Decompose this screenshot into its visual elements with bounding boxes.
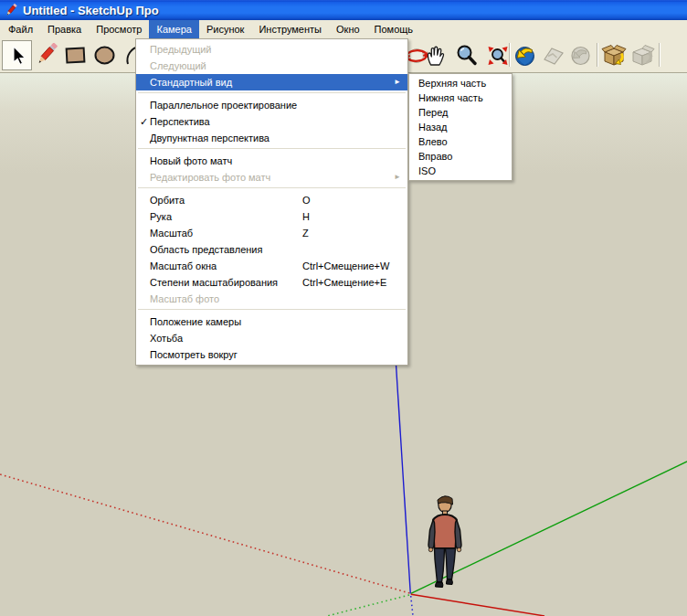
camera-menu-item-zoom[interactable]: МасштабZ <box>136 225 407 241</box>
camera-menu-item-position-camera[interactable]: Положение камеры <box>136 313 407 330</box>
camera-menu-item-orbit[interactable]: ОрбитаO <box>136 192 407 208</box>
pan-tool-button[interactable] <box>422 41 449 69</box>
warehouse-box-icon <box>601 43 627 69</box>
camera-menu-item-perspective[interactable]: Перспектива✓ <box>136 113 407 130</box>
menu-item-label: Новый фото матч <box>150 155 232 166</box>
camera-menu-item-edit-photo-match: Редактировать фото матч► <box>136 169 407 186</box>
camera-menu-item-zoom-photo: Масштаб фото <box>136 291 407 307</box>
toolbar-separator <box>509 43 511 67</box>
menu-item-label: Двупунктная перспектива <box>150 133 270 143</box>
line-tool-button[interactable] <box>33 41 59 69</box>
menu-item-shortcut: O <box>302 192 311 208</box>
share-model-tool-button <box>629 41 655 69</box>
toolbar-separator <box>659 43 661 67</box>
menu-item-label: Редактировать фото матч <box>150 172 270 183</box>
get-current-view-tool-button[interactable] <box>512 41 538 69</box>
menubar-item-tools[interactable]: Инструменты <box>251 20 329 38</box>
standard-view-item-front[interactable]: Перед <box>409 105 512 120</box>
camera-menu-item-new-photo-match[interactable]: Новый фото матч <box>136 153 407 169</box>
terrain-icon <box>541 43 566 69</box>
menu-item-shortcut: Z <box>302 225 309 241</box>
camera-menu-item-walk[interactable]: Хотьба <box>136 330 407 346</box>
share-box-icon <box>629 43 655 69</box>
camera-menu-item-pan[interactable]: РукаH <box>136 208 407 225</box>
place-model-tool-button <box>567 41 594 69</box>
circle-icon <box>92 43 117 68</box>
menu-item-label: Степени масштабирования <box>150 277 278 288</box>
titlebar: Untitled - SketchUp Про <box>0 0 687 20</box>
zoom-tool-button[interactable] <box>453 41 480 69</box>
standard-view-item-top[interactable]: Верхняя часть <box>409 76 512 90</box>
menu-item-label: Перспектива <box>150 116 210 127</box>
menu-item-shortcut: Ctrl+Смещение+W <box>302 258 389 274</box>
select-tool-button[interactable] <box>2 40 32 70</box>
submenu-arrow-icon: ► <box>394 74 401 90</box>
menubar-item-window[interactable]: Окно <box>329 20 367 38</box>
globe-arrow-icon <box>513 43 538 69</box>
hand-icon <box>423 43 449 69</box>
menubar: ФайлПравкаПросмотрКамераРисунокИнструмен… <box>0 20 687 39</box>
menu-item-shortcut: Ctrl+Смещение+E <box>302 274 386 291</box>
menubar-item-view[interactable]: Просмотр <box>89 20 149 38</box>
pencil-icon <box>34 43 58 68</box>
menu-item-label: Хотьба <box>150 333 183 344</box>
window-title: Untitled - SketchUp Про <box>23 4 159 17</box>
circle-tool-button[interactable] <box>91 41 118 69</box>
toolbar-separator <box>597 43 598 67</box>
menubar-item-file[interactable]: Файл <box>1 20 40 38</box>
zoom-extents-icon <box>485 43 511 69</box>
scale-figure-person[interactable] <box>425 494 465 595</box>
menu-item-label: Стандартный вид <box>150 77 232 88</box>
menubar-item-camera[interactable]: Камера <box>149 20 198 38</box>
standard-view-item-left[interactable]: Влево <box>409 134 512 149</box>
menubar-item-edit[interactable]: Правка <box>40 20 89 38</box>
menubar-item-draw[interactable]: Рисунок <box>199 20 252 38</box>
menu-item-label: Положение камеры <box>150 316 241 327</box>
submenu-arrow-icon: ► <box>394 169 401 186</box>
standard-view-item-iso[interactable]: ISO <box>409 164 512 178</box>
camera-menu-item-look-around[interactable]: Посмотреть вокруг <box>136 346 407 363</box>
get-models-tool-button[interactable] <box>600 41 627 69</box>
camera-menu-item-zoom-window[interactable]: Масштаб окнаCtrl+Смещение+W <box>136 258 407 274</box>
zoom-extents-tool-button[interactable] <box>484 41 511 69</box>
magnifier-icon <box>454 43 480 69</box>
globe-gray-icon <box>568 43 594 69</box>
rectangle-tool-button[interactable] <box>62 41 89 69</box>
app-icon <box>4 3 18 17</box>
menu-item-label: Масштаб окна <box>150 260 217 271</box>
menu-item-shortcut: H <box>302 208 310 225</box>
menu-item-label: Посмотреть вокруг <box>150 349 238 360</box>
standard-view-item-bottom[interactable]: Нижняя часть <box>409 90 512 105</box>
camera-menu-item-field-of-view[interactable]: Область представления <box>136 241 407 258</box>
menu-item-label: Предыдущий <box>150 44 211 55</box>
camera-menu-item-zoom-extents[interactable]: Степени масштабированияCtrl+Смещение+E <box>136 274 407 291</box>
menubar-item-help[interactable]: Помощь <box>367 20 421 38</box>
rectangle-icon <box>63 43 88 68</box>
cursor-icon <box>6 45 28 67</box>
camera-menu-item-two-point-perspective[interactable]: Двупунктная перспектива <box>136 130 407 146</box>
camera-menu-item-previous: Предыдущий <box>136 41 407 58</box>
menu-item-label: Рука <box>150 211 172 222</box>
camera-menu-item-next: Следующий <box>136 58 407 74</box>
toggle-terrain-tool-button <box>540 41 566 69</box>
camera-menu-item-standard-view[interactable]: Стандартный вид► <box>136 74 407 90</box>
standard-view-submenu: Верхняя частьНижняя частьПередНазадВлево… <box>408 73 513 181</box>
standard-view-item-back[interactable]: Назад <box>409 120 512 134</box>
standard-view-item-right[interactable]: Вправо <box>409 149 512 164</box>
camera-menu-item-parallel-projection[interactable]: Параллельное проектирование <box>136 97 407 113</box>
menu-item-label: Орбита <box>150 195 185 206</box>
camera-dropdown-menu: ПредыдущийСледующийСтандартный вид►Парал… <box>135 38 408 366</box>
menu-item-label: Параллельное проектирование <box>150 100 297 111</box>
menu-item-label: Область представления <box>150 244 262 255</box>
menu-item-label: Масштаб фото <box>150 293 219 304</box>
menu-item-label: Масштаб <box>150 228 193 239</box>
menu-item-label: Следующий <box>150 60 206 71</box>
checkmark-icon: ✓ <box>140 113 148 130</box>
